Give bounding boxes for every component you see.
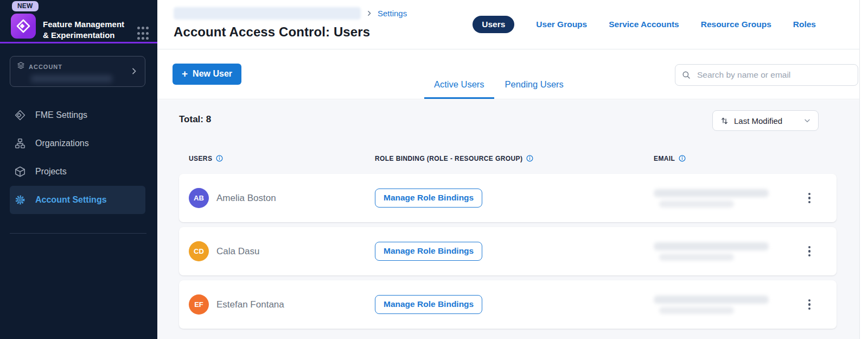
breadcrumb-settings-link[interactable]: Settings [378, 9, 407, 18]
chevron-down-icon [803, 116, 812, 125]
split-icon [14, 109, 26, 121]
page-header: Settings Account Access Control: Users U… [157, 0, 859, 49]
sidebar-item-label: FME Settings [35, 110, 87, 120]
table-row: CD Cala Dasu Manage Role Bindings [179, 227, 837, 275]
gear-icon [14, 194, 26, 206]
split-logo-icon [11, 14, 36, 39]
table-row: EF Estefan Fontana Manage Role Bindings [179, 280, 837, 329]
layers-icon [17, 61, 25, 72]
search [675, 64, 858, 86]
users-content: Total: 8 Last Modified USERS ROLE BI [157, 100, 859, 339]
column-email: EMAIL [654, 155, 675, 162]
sidebar-divider [10, 233, 146, 234]
breadcrumb-account-redacted [174, 7, 361, 20]
access-control-nav: Users User Groups Service Accounts Resou… [473, 16, 816, 33]
nav-tab-roles[interactable]: Roles [793, 20, 816, 29]
search-icon [681, 70, 691, 80]
sidebar-item-label: Organizations [35, 139, 89, 148]
total-count: Total: 8 [179, 114, 211, 125]
table-header: USERS ROLE BINDING (ROLE - RESOURCE GROU… [179, 154, 837, 162]
avatar: CD [189, 241, 209, 261]
app-launcher-grid-icon[interactable] [137, 27, 149, 41]
info-icon[interactable] [678, 154, 686, 162]
breadcrumb: Settings [174, 7, 407, 20]
chevron-right-icon [130, 67, 138, 78]
user-name: Estefan Fontana [216, 299, 284, 310]
new-user-button[interactable]: + New User [173, 64, 241, 85]
user-name: Amelia Boston [216, 193, 276, 204]
search-input[interactable] [675, 64, 858, 86]
avatar: AB [189, 188, 209, 208]
page-title: Account Access Control: Users [174, 24, 370, 40]
sidebar-item-fme-settings[interactable]: FME Settings [10, 101, 145, 129]
nav-tab-service-accounts[interactable]: Service Accounts [609, 20, 679, 29]
table-row: AB Amelia Boston Manage Role Bindings [179, 174, 837, 222]
new-badge: NEW [12, 1, 39, 11]
account-name-redacted [31, 75, 112, 83]
new-user-button-label: New User [193, 69, 232, 79]
nav-tab-users[interactable]: Users [473, 16, 514, 33]
nav-tab-resource-groups[interactable]: Resource Groups [701, 20, 771, 29]
main-area: Settings Account Access Control: Users U… [157, 0, 860, 339]
sidebar-item-projects[interactable]: Projects [10, 158, 145, 186]
email-redacted [654, 189, 769, 208]
kebab-menu-icon[interactable] [806, 244, 813, 259]
manage-role-bindings-button[interactable]: Manage Role Bindings [375, 242, 482, 261]
sort-label: Last Modified [734, 116, 782, 125]
info-icon[interactable] [526, 154, 534, 162]
user-rows: AB Amelia Boston Manage Role Bindings CD… [179, 174, 837, 334]
account-label: ACCOUNT [29, 64, 62, 70]
cube-icon [14, 166, 26, 178]
tab-active-users[interactable]: Active Users [424, 79, 494, 99]
sidebar-item-label: Account Settings [35, 195, 107, 205]
column-role-binding: ROLE BINDING (ROLE - RESOURCE GROUP) [375, 155, 522, 162]
tab-pending-users[interactable]: Pending Users [495, 79, 573, 99]
product-title: Feature Management & Experimentation [43, 14, 129, 41]
sidebar-item-organizations[interactable]: Organizations [10, 129, 145, 158]
account-switcher[interactable]: ACCOUNT [10, 56, 145, 87]
sidebar-menu: FME Settings Organizations Projects [10, 101, 145, 214]
avatar: EF [189, 294, 209, 315]
email-redacted [654, 296, 769, 314]
nav-tab-user-groups[interactable]: User Groups [536, 20, 587, 29]
org-chart-icon [14, 137, 26, 149]
chevron-right-icon [366, 10, 373, 17]
manage-role-bindings-button[interactable]: Manage Role Bindings [375, 189, 482, 208]
sidebar-item-account-settings[interactable]: Account Settings [10, 186, 145, 214]
sort-arrows-icon [720, 116, 729, 125]
sort-dropdown[interactable]: Last Modified [712, 110, 819, 131]
manage-role-bindings-button[interactable]: Manage Role Bindings [375, 295, 482, 314]
info-icon[interactable] [215, 154, 224, 162]
kebab-menu-icon[interactable] [806, 191, 813, 206]
toolbar: + New User Active Users Pending Users [157, 49, 859, 99]
accent-bar [0, 42, 157, 43]
user-state-tabs: Active Users Pending Users [424, 79, 573, 99]
sidebar: NEW Feature Management & Experimentation… [0, 0, 157, 339]
plus-icon: + [182, 70, 188, 78]
user-name: Cala Dasu [216, 246, 259, 257]
sidebar-item-label: Projects [35, 167, 67, 177]
email-redacted [654, 242, 769, 261]
kebab-menu-icon[interactable] [806, 297, 813, 312]
column-users: USERS [189, 155, 212, 162]
